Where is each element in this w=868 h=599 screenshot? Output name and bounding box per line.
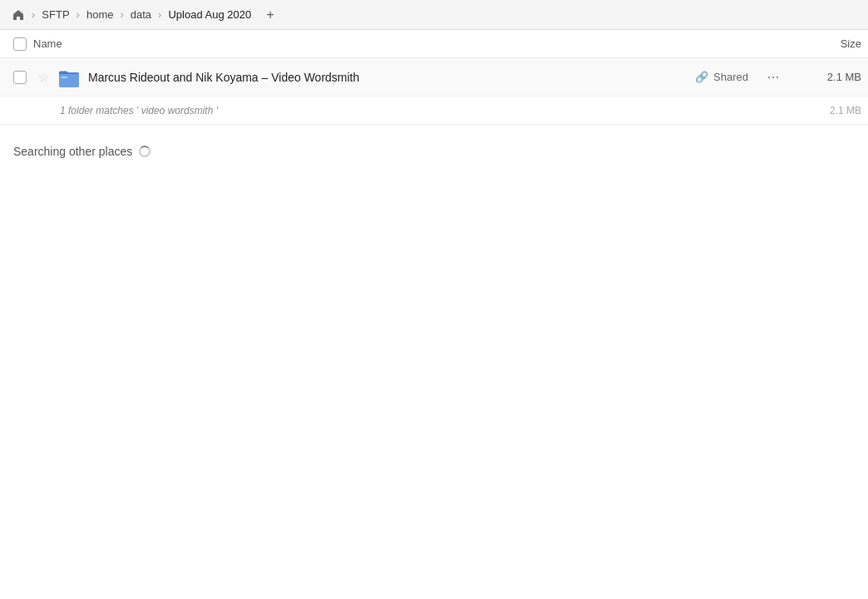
add-button[interactable]: +: [259, 4, 281, 26]
select-all-checkbox[interactable]: [7, 37, 33, 51]
match-size: 2.1 MB: [795, 105, 861, 116]
breadcrumb-home[interactable]: [7, 5, 30, 25]
shared-area: 🔗 Shared: [695, 71, 748, 83]
file-size-value: 2.1 MB: [795, 71, 861, 83]
match-text: 1 folder matches ' video wordsmith ': [60, 105, 795, 116]
link-icon: 🔗: [695, 71, 708, 83]
breadcrumb-home[interactable]: home: [81, 5, 119, 24]
size-column-header: Size: [795, 37, 861, 50]
svg-rect-1: [59, 74, 79, 87]
column-header-row: Name Size: [0, 30, 868, 58]
star-button[interactable]: ☆: [33, 71, 53, 84]
separator-1: ›: [30, 8, 37, 21]
separator-4: ›: [156, 8, 163, 21]
breadcrumb-bar: › SFTP › home › data › Upload Aug 2020 +: [0, 0, 868, 30]
breadcrumb-data[interactable]: data: [126, 5, 156, 24]
row-checkbox-area: [7, 71, 33, 84]
row-checkbox[interactable]: [13, 71, 27, 84]
shared-badge: Shared: [713, 71, 748, 83]
folder-svg: [57, 66, 81, 89]
searching-label: Searching other places: [13, 145, 132, 158]
separator-3: ›: [118, 8, 125, 21]
match-row: 1 folder matches ' video wordsmith ' 2.1…: [0, 97, 868, 125]
breadcrumb-sftp[interactable]: SFTP: [37, 5, 74, 24]
file-row[interactable]: ☆ Marcus Rideout and Nik Koyama – Video …: [0, 58, 868, 97]
separator-2: ›: [75, 8, 81, 21]
more-options-button[interactable]: ···: [762, 66, 785, 89]
name-column-header: Name: [33, 37, 795, 50]
file-name-label: Marcus Rideout and Nik Koyama – Video Wo…: [88, 71, 695, 84]
svg-rect-2: [61, 77, 67, 78]
searching-section: Searching other places: [0, 125, 868, 165]
header-checkbox[interactable]: [13, 37, 27, 51]
breadcrumb-upload[interactable]: Upload Aug 2020: [163, 5, 256, 24]
loading-spinner: [139, 146, 150, 157]
home-icon: [12, 8, 25, 22]
folder-icon: [57, 65, 81, 90]
